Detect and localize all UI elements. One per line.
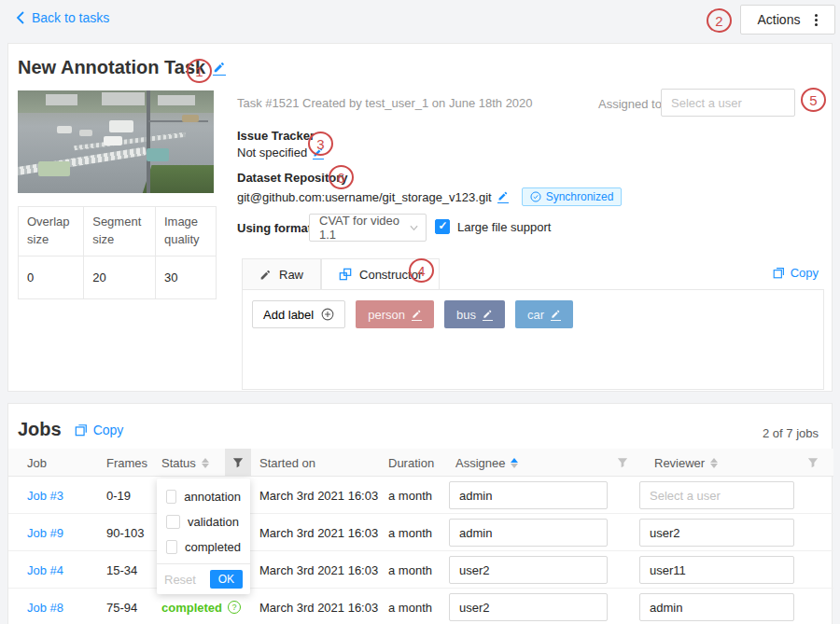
table-row: Job #9 90-103 March 3rd 2021 16:03 a mon…	[8, 514, 833, 551]
duration-cell: a month	[388, 514, 432, 551]
label-chip-bus-name: bus	[456, 308, 476, 322]
col-assignee[interactable]: Assignee	[455, 449, 518, 477]
back-to-tasks-label: Back to tasks	[32, 10, 109, 25]
filter-option-validation[interactable]: validation	[157, 509, 250, 534]
plus-circle-icon	[321, 308, 334, 321]
col-status[interactable]: Status	[161, 449, 209, 477]
checkbox-checked-icon	[435, 219, 450, 234]
large-file-support-checkbox[interactable]: Large file support	[435, 219, 551, 234]
add-label-text: Add label	[263, 308, 314, 322]
status-filter-button[interactable]	[225, 449, 251, 477]
col-reviewer[interactable]: Reviewer	[654, 449, 718, 477]
labels-copy-button[interactable]: Copy	[773, 266, 819, 280]
duration-cell: a month	[388, 551, 432, 589]
format-select[interactable]: CVAT for video 1.1	[309, 214, 427, 242]
annotation-marker-2: 2	[707, 8, 732, 33]
format-select-value: CVAT for video 1.1	[319, 214, 410, 242]
reviewer-filter-button[interactable]	[800, 449, 826, 477]
annotation-marker-6: 6	[329, 165, 354, 189]
reviewer-input[interactable]	[639, 481, 794, 509]
job-link[interactable]: Job #4	[27, 551, 63, 589]
started-cell: March 3rd 2021 16:03	[259, 477, 378, 514]
filter-option-annotation[interactable]: annotation	[157, 484, 250, 509]
filter-option-label: validation	[188, 515, 239, 529]
frames-cell: 15-34	[106, 551, 137, 589]
job-link[interactable]: Job #9	[27, 514, 63, 551]
labels-copy-label: Copy	[791, 266, 819, 280]
tab-raw[interactable]: Raw	[242, 258, 321, 290]
pencil-icon	[259, 269, 272, 281]
filter-funnel-icon	[617, 457, 628, 468]
task-details-card: New Annotation Task Overlap size Segment…	[7, 43, 833, 392]
jobs-table-header: Job Frames Status Started on Duration As…	[8, 449, 833, 477]
assignee-input[interactable]	[449, 481, 608, 509]
label-chip-person-name: person	[368, 308, 405, 322]
labels-editor-tabs: Raw Constructor Copy	[242, 258, 824, 290]
reviewer-input[interactable]	[639, 519, 794, 547]
question-circle-icon: ?	[228, 601, 241, 614]
jobs-copy-button[interactable]: Copy	[75, 423, 124, 437]
started-cell: March 3rd 2021 16:03	[259, 514, 378, 551]
reviewer-sort-icon[interactable]	[710, 458, 718, 468]
add-label-button[interactable]: Add label	[252, 300, 345, 328]
job-link[interactable]: Job #8	[27, 589, 63, 624]
sync-status-text: Synchronized	[546, 190, 614, 203]
actions-label: Actions	[758, 12, 801, 27]
issue-tracker-value: Not specified	[237, 146, 307, 159]
actions-button[interactable]: Actions	[740, 5, 835, 35]
col-started: Started on	[259, 449, 315, 477]
block-icon	[339, 268, 352, 281]
jobs-card: Jobs Copy 2 of 7 jobs Job Frames Status …	[7, 403, 833, 624]
assignee-input[interactable]	[449, 519, 608, 547]
edit-repository-icon[interactable]	[497, 190, 509, 203]
jobs-copy-label: Copy	[93, 423, 124, 437]
param-header-quality: Image quality	[155, 207, 216, 257]
back-to-tasks-link[interactable]: Back to tasks	[15, 10, 109, 25]
duration-cell: a month	[388, 477, 432, 514]
kebab-menu-icon	[815, 14, 818, 26]
label-chip-bus[interactable]: bus	[444, 300, 505, 328]
filter-option-completed[interactable]: completed	[157, 534, 250, 560]
labels-constructor-panel: Add label person bus car	[242, 289, 824, 390]
reviewer-input[interactable]	[639, 556, 794, 584]
assignee-input[interactable]	[449, 556, 608, 584]
status-filter-dropdown: annotation validation completed Reset OK	[157, 478, 250, 594]
filter-ok-button[interactable]: OK	[210, 570, 243, 589]
task-assignee-input[interactable]	[661, 89, 795, 117]
dataset-repository-url: git@github.com:username/git_storage_v123…	[237, 190, 492, 204]
col-frames: Frames	[106, 449, 147, 477]
frames-cell: 75-94	[106, 589, 137, 624]
tab-raw-label: Raw	[279, 268, 303, 282]
filter-reset-button[interactable]: Reset	[164, 573, 196, 587]
copy-icon	[773, 267, 785, 279]
label-chip-person[interactable]: person	[356, 300, 434, 328]
copy-icon	[75, 423, 88, 437]
filter-funnel-icon	[232, 457, 244, 468]
assignee-sort-icon[interactable]	[511, 458, 518, 468]
edit-label-car-icon[interactable]	[551, 309, 561, 321]
filter-option-label: completed	[185, 540, 241, 554]
status-text: completed	[161, 601, 222, 615]
edit-title-icon[interactable]	[213, 61, 226, 76]
task-meta-text: Task #1521 Created by test_user_1 on Jun…	[237, 96, 533, 110]
assignee-filter-button[interactable]	[609, 449, 636, 477]
duration-cell: a month	[388, 589, 432, 624]
jobs-count: 2 of 7 jobs	[763, 426, 819, 440]
edit-label-person-icon[interactable]	[412, 309, 422, 321]
param-header-segment: Segment size	[84, 207, 156, 257]
check-circle-icon	[530, 191, 541, 202]
edit-label-bus-icon[interactable]	[483, 309, 493, 321]
label-chip-car[interactable]: car	[515, 300, 573, 328]
reviewer-input[interactable]	[639, 593, 794, 621]
task-title-text: New Annotation Task	[18, 57, 205, 78]
col-job: Job	[27, 449, 47, 477]
status-sort-icon[interactable]	[202, 458, 209, 468]
filter-option-label: annotation	[184, 490, 241, 504]
frames-cell: 90-103	[106, 514, 144, 551]
chevron-down-icon	[410, 225, 418, 231]
param-header-overlap: Overlap size	[19, 207, 84, 257]
label-chip-car-name: car	[527, 308, 544, 322]
job-link[interactable]: Job #3	[27, 477, 63, 514]
assignee-input[interactable]	[449, 593, 608, 621]
started-cell: March 3rd 2021 16:03	[259, 551, 378, 589]
